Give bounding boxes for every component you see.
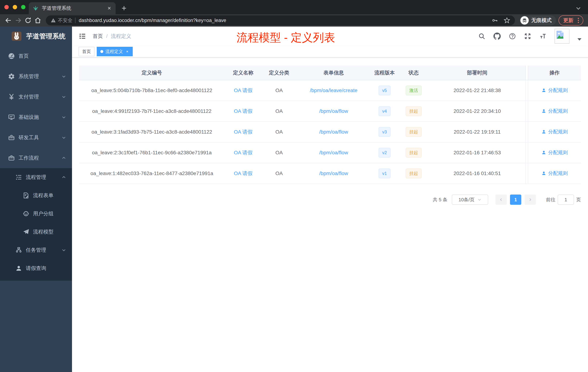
browser-tab[interactable]: 芋道管理系统	[29, 2, 116, 14]
sidebar-item-process-management[interactable]: 流程管理	[0, 168, 72, 186]
chevron-up-icon	[62, 175, 66, 180]
security-warning-icon	[51, 18, 56, 23]
window-controls	[4, 5, 25, 9]
tag-home[interactable]: 首页	[79, 47, 94, 56]
table-row: oa_leave:5:004b710b-7b8a-11ec-8ef0-acde4…	[79, 80, 581, 101]
logo-rabbit-image	[12, 32, 21, 41]
incognito-label: 无痕模式	[531, 17, 552, 24]
current-page-button[interactable]: 1	[510, 195, 521, 205]
form-link[interactable]: /bpm/oa/flow	[319, 129, 348, 135]
sidebar-item-user-group[interactable]: 用户分组	[0, 205, 72, 223]
sidebar-item-label: 流程模型	[33, 228, 53, 235]
form-link[interactable]: /bpm/oa/flow	[319, 150, 348, 155]
version-badge: v3	[378, 127, 390, 137]
sidebar-item-label: 基础设施	[19, 114, 39, 121]
definition-name-link[interactable]: OA 请假	[234, 129, 252, 135]
form-link[interactable]: /bpm/oa/flow	[319, 171, 348, 176]
chevron-down-icon	[62, 74, 66, 79]
cell-category: OA	[262, 142, 296, 163]
sidebar-item-label: 首页	[19, 53, 29, 59]
broken-image-icon	[556, 31, 564, 39]
back-button[interactable]	[5, 17, 12, 24]
form-link[interactable]: /bpm/oa/leave/create	[310, 88, 357, 93]
cell-deploy-time: 2022-01-22 20:34:10	[429, 101, 525, 121]
chevron-left-icon	[499, 198, 503, 202]
tab-search-chevron-icon[interactable]	[575, 5, 581, 11]
window-minimize-button[interactable]	[13, 5, 17, 9]
url-divider	[75, 18, 75, 23]
version-badge: v5	[378, 86, 390, 95]
bookmark-star-icon[interactable]	[504, 17, 510, 24]
sidebar-item-home[interactable]: 首页	[0, 46, 72, 66]
tag-process-definition[interactable]: 流程定义	[97, 47, 133, 56]
form-link[interactable]: /bpm/oa/flow	[319, 108, 348, 114]
font-size-icon[interactable]	[539, 33, 546, 40]
address-bar[interactable]: 不安全 dashboard.yudao.iocoder.cn/bpm/manag…	[46, 15, 515, 25]
window-zoom-button[interactable]	[21, 5, 25, 9]
sidebar-fold-icon[interactable]	[79, 33, 86, 40]
chevron-right-icon	[528, 198, 532, 202]
status-badge: 激活	[406, 86, 422, 95]
cell-deploy-time: 2022-01-22 19:19:11	[429, 121, 525, 142]
definition-name-link[interactable]: OA 请假	[234, 150, 252, 155]
reload-button[interactable]	[24, 17, 32, 24]
page-size-select[interactable]: 10条/页	[452, 195, 488, 205]
tree-list-icon	[15, 174, 22, 181]
home-button[interactable]	[34, 17, 42, 24]
sidebar: 芋道管理系统 首页 系统管理 支付管理	[0, 27, 72, 372]
main-panel: 流程模型 - 定义列表 首页 / 流程定义	[72, 27, 588, 372]
user-icon	[541, 109, 546, 114]
sidebar-item-task-management[interactable]: 任务管理	[0, 241, 72, 259]
col-process-version: 流程版本	[371, 66, 398, 80]
sidebar-logo[interactable]: 芋道管理系统	[0, 27, 72, 46]
tab-close-icon[interactable]	[107, 6, 112, 11]
sidebar-item-payment[interactable]: 支付管理	[0, 87, 72, 107]
breadcrumb-home[interactable]: 首页	[93, 33, 103, 40]
assign-rule-link[interactable]: 分配规则	[541, 108, 568, 114]
cell-definition-id: oa_leave:5:004b710b-7b8a-11ec-8ef0-acde4…	[79, 80, 225, 101]
goto-page-input[interactable]	[558, 195, 574, 205]
sidebar-item-process-form[interactable]: 流程表单	[0, 186, 72, 205]
workflow-submenu: 流程管理 流程表单 用户分组	[0, 168, 72, 281]
sidebar-item-process-model[interactable]: 流程模型	[0, 223, 72, 241]
browser-update-menu[interactable]: 更新	[558, 15, 583, 25]
forward-button[interactable]	[15, 17, 22, 24]
password-key-icon[interactable]	[492, 17, 498, 24]
next-page-button[interactable]	[525, 195, 536, 205]
tag-close-icon[interactable]	[126, 50, 129, 53]
paper-plane-icon	[22, 228, 30, 235]
sidebar-item-leave-query[interactable]: 请假查询	[0, 259, 72, 277]
chevron-down-icon	[62, 94, 66, 99]
sidebar-item-infrastructure[interactable]: 基础设施	[0, 107, 72, 127]
avatar[interactable]	[555, 29, 569, 44]
navbar-actions	[478, 29, 581, 44]
sidebar-item-system[interactable]: 系统管理	[0, 66, 72, 87]
tag-label: 流程定义	[105, 49, 123, 55]
col-deploy-time: 部署时间	[429, 66, 525, 80]
sidebar-item-label: 研发工具	[19, 134, 39, 141]
prev-page-button[interactable]	[495, 195, 507, 205]
github-icon[interactable]	[494, 33, 501, 40]
dashboard-icon	[8, 53, 15, 59]
kebab-menu-icon[interactable]	[577, 18, 580, 23]
sidebar-item-workflow[interactable]: 工作流程	[0, 148, 72, 168]
assign-rule-link[interactable]: 分配规则	[541, 129, 568, 135]
definition-table: 定义编号 定义名称 定义分类 表单信息 流程版本 状态 部署时间 操作 oa_l…	[79, 66, 581, 184]
definition-name-link[interactable]: OA 请假	[234, 108, 252, 114]
robot-icon	[22, 210, 30, 217]
window-close-button[interactable]	[4, 5, 9, 9]
caret-down-icon[interactable]	[578, 38, 581, 41]
definition-name-link[interactable]: OA 请假	[234, 171, 252, 176]
fullscreen-icon[interactable]	[524, 33, 531, 40]
cell-definition-id: oa_leave:1:482ec033-762a-11ec-8477-a2380…	[79, 163, 225, 184]
assign-rule-link[interactable]: 分配规则	[541, 170, 568, 176]
new-tab-button[interactable]	[121, 5, 127, 11]
question-icon[interactable]	[509, 33, 516, 40]
search-icon[interactable]	[478, 33, 485, 40]
assign-rule-link[interactable]: 分配规则	[541, 87, 568, 94]
assign-rule-link[interactable]: 分配规则	[541, 149, 568, 156]
status-badge: 挂起	[406, 127, 422, 137]
annotation-title: 流程模型 - 定义列表	[237, 30, 335, 45]
sidebar-item-dev-tools[interactable]: 研发工具	[0, 127, 72, 148]
definition-name-link[interactable]: OA 请假	[234, 88, 252, 93]
